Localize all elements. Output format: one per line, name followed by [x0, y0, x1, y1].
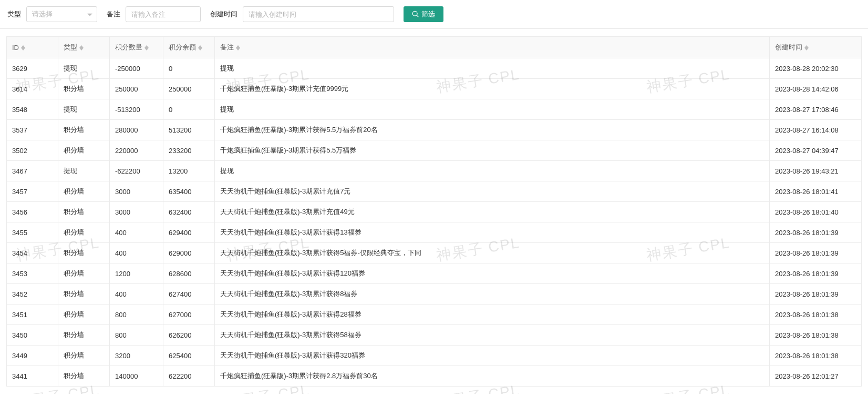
cell-remark: 提现 — [215, 99, 770, 120]
th-remark[interactable]: 备注 — [215, 37, 770, 58]
table-row: 3455积分墙400629400天天街机千炮捕鱼(狂暴版)-3期累计获得13福券… — [7, 222, 862, 243]
type-select[interactable]: 请选择 — [26, 6, 97, 22]
filter-bar: 类型 请选择 备注 创建时间 筛选 — [0, 0, 868, 29]
cell-amount: 400 — [110, 222, 163, 243]
svg-point-0 — [412, 11, 417, 16]
cell-type: 积分墙 — [58, 243, 110, 263]
cell-time: 2023-08-26 18:01:39 — [770, 243, 862, 263]
cell-amount: 280000 — [110, 120, 163, 140]
remark-input[interactable] — [126, 6, 201, 22]
search-icon — [412, 11, 419, 18]
th-balance[interactable]: 积分余额 — [163, 37, 215, 58]
type-select-placeholder: 请选择 — [32, 9, 53, 19]
cell-balance: 0 — [163, 58, 215, 79]
table-row: 3454积分墙400629000天天街机千炮捕鱼(狂暴版)-3期累计获得5福券-… — [7, 243, 862, 263]
cell-balance: 513200 — [163, 120, 215, 140]
cell-remark: 天天街机千炮捕鱼(狂暴版)-3期累计充值7元 — [215, 181, 770, 202]
cell-remark: 千炮疯狂捕鱼(狂暴版)-3期累计获得5.5万福券 — [215, 140, 770, 161]
cell-amount: 3000 — [110, 181, 163, 202]
cell-type: 积分墙 — [58, 325, 110, 346]
cell-amount: 1200 — [110, 263, 163, 284]
table-header-row: ID 类型 积分数量 积分余额 备注 创建时间 — [7, 37, 862, 58]
cell-amount: 400 — [110, 243, 163, 263]
cell-type: 积分墙 — [58, 263, 110, 284]
cell-balance: 13200 — [163, 161, 215, 181]
cell-id: 3441 — [7, 366, 58, 387]
cell-time: 2023-08-26 18:01:39 — [770, 284, 862, 304]
cell-time: 2023-08-26 19:43:21 — [770, 161, 862, 181]
table-row: 3451积分墙800627000天天街机千炮捕鱼(狂暴版)-3期累计获得28福券… — [7, 304, 862, 325]
sort-icon — [144, 45, 149, 50]
table-row: 3629提现-2500000提现2023-08-28 20:02:30 — [7, 58, 862, 79]
cell-amount: 3200 — [110, 346, 163, 366]
cell-amount: -622200 — [110, 161, 163, 181]
cell-remark: 天天街机千炮捕鱼(狂暴版)-3期累计充值49元 — [215, 202, 770, 222]
cell-balance: 635400 — [163, 181, 215, 202]
table-row: 3456积分墙3000632400天天街机千炮捕鱼(狂暴版)-3期累计充值49元… — [7, 202, 862, 222]
cell-balance: 627400 — [163, 284, 215, 304]
cell-type: 积分墙 — [58, 304, 110, 325]
table-row: 3457积分墙3000635400天天街机千炮捕鱼(狂暴版)-3期累计充值7元2… — [7, 181, 862, 202]
cell-remark: 提现 — [215, 58, 770, 79]
cell-amount: 800 — [110, 325, 163, 346]
cell-id: 3467 — [7, 161, 58, 181]
cell-balance: 625400 — [163, 346, 215, 366]
cell-type: 积分墙 — [58, 202, 110, 222]
sort-icon — [21, 45, 25, 50]
cell-amount: -250000 — [110, 58, 163, 79]
cell-amount: 800 — [110, 304, 163, 325]
table-row: 3453积分墙1200628600天天街机千炮捕鱼(狂暴版)-3期累计获得120… — [7, 263, 862, 284]
cell-time: 2023-08-26 18:01:39 — [770, 222, 862, 243]
svg-line-1 — [417, 15, 418, 17]
create-time-label: 创建时间 — [210, 9, 237, 19]
cell-time: 2023-08-28 14:42:06 — [770, 79, 862, 99]
cell-remark: 天天街机千炮捕鱼(狂暴版)-3期累计获得5福券-仅限经典夺宝，下同 — [215, 243, 770, 263]
cell-id: 3451 — [7, 304, 58, 325]
data-table: ID 类型 积分数量 积分余额 备注 创建时间 3629提现-2500000提现… — [6, 36, 862, 387]
filter-button-label: 筛选 — [421, 9, 435, 19]
th-amount[interactable]: 积分数量 — [110, 37, 163, 58]
cell-id: 3449 — [7, 346, 58, 366]
cell-type: 积分墙 — [58, 120, 110, 140]
cell-time: 2023-08-28 20:02:30 — [770, 58, 862, 79]
th-id[interactable]: ID — [7, 37, 58, 58]
th-time[interactable]: 创建时间 — [770, 37, 862, 58]
cell-id: 3455 — [7, 222, 58, 243]
cell-balance: 0 — [163, 99, 215, 120]
cell-time: 2023-08-26 18:01:39 — [770, 263, 862, 284]
cell-balance: 632400 — [163, 202, 215, 222]
cell-time: 2023-08-26 18:01:38 — [770, 346, 862, 366]
table-row: 3502积分墙220000233200千炮疯狂捕鱼(狂暴版)-3期累计获得5.5… — [7, 140, 862, 161]
cell-id: 3456 — [7, 202, 58, 222]
cell-remark: 天天街机千炮捕鱼(狂暴版)-3期累计获得120福券 — [215, 263, 770, 284]
table-container: ID 类型 积分数量 积分余额 备注 创建时间 3629提现-2500000提现… — [0, 29, 868, 394]
cell-amount: 140000 — [110, 366, 163, 387]
cell-type: 提现 — [58, 58, 110, 79]
filter-time-group: 创建时间 — [210, 6, 394, 22]
cell-remark: 天天街机千炮捕鱼(狂暴版)-3期累计获得13福券 — [215, 222, 770, 243]
filter-button[interactable]: 筛选 — [404, 6, 443, 22]
cell-time: 2023-08-27 17:08:46 — [770, 99, 862, 120]
cell-remark: 天天街机千炮捕鱼(狂暴版)-3期累计获得28福券 — [215, 304, 770, 325]
cell-remark: 天天街机千炮捕鱼(狂暴版)-3期累计获得320福券 — [215, 346, 770, 366]
cell-balance: 233200 — [163, 140, 215, 161]
cell-id: 3457 — [7, 181, 58, 202]
sort-icon — [79, 45, 84, 50]
cell-time: 2023-08-26 18:01:40 — [770, 202, 862, 222]
sort-icon — [804, 45, 809, 50]
cell-id: 3537 — [7, 120, 58, 140]
cell-type: 积分墙 — [58, 346, 110, 366]
cell-balance: 629400 — [163, 222, 215, 243]
th-type[interactable]: 类型 — [58, 37, 110, 58]
table-row: 3548提现-5132000提现2023-08-27 17:08:46 — [7, 99, 862, 120]
cell-time: 2023-08-26 12:01:27 — [770, 366, 862, 387]
table-row: 3449积分墙3200625400天天街机千炮捕鱼(狂暴版)-3期累计获得320… — [7, 346, 862, 366]
cell-id: 3629 — [7, 58, 58, 79]
create-time-input[interactable] — [243, 6, 394, 22]
table-row: 3441积分墙140000622200千炮疯狂捕鱼(狂暴版)-3期累计获得2.8… — [7, 366, 862, 387]
cell-id: 3548 — [7, 99, 58, 120]
filter-type-group: 类型 请选择 — [7, 6, 97, 22]
cell-id: 3454 — [7, 243, 58, 263]
cell-remark: 千炮疯狂捕鱼(狂暴版)-3期累计获得5.5万福券前20名 — [215, 120, 770, 140]
sort-icon — [198, 45, 202, 50]
